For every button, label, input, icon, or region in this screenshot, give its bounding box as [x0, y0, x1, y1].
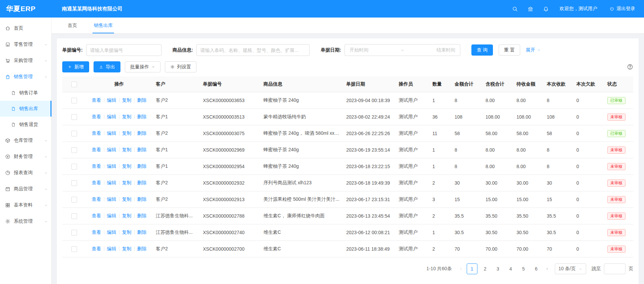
- row-action-view[interactable]: 查看: [92, 180, 101, 185]
- row-checkbox[interactable]: [71, 246, 77, 252]
- row-action-copy[interactable]: 复制: [122, 196, 132, 202]
- question-circle-icon[interactable]: [627, 64, 633, 70]
- row-action-edit[interactable]: 编辑: [107, 130, 116, 136]
- search-button[interactable]: 查 询: [471, 44, 493, 56]
- row-action-view[interactable]: 查看: [92, 114, 101, 119]
- row-action-copy[interactable]: 复制: [122, 246, 132, 251]
- page-1[interactable]: 1: [467, 263, 477, 274]
- row-action-edit[interactable]: 编辑: [107, 229, 116, 235]
- row-action-delete[interactable]: 删除: [137, 147, 147, 152]
- sidebar-item-sales[interactable]: 销售管理: [0, 69, 51, 85]
- tab-home[interactable]: 首页: [66, 18, 78, 33]
- sidebar-item-system[interactable]: 系统管理: [0, 213, 51, 229]
- bank-icon[interactable]: [528, 6, 533, 12]
- bill-no-input[interactable]: [86, 44, 162, 56]
- expand-link[interactable]: 展开: [526, 47, 541, 53]
- column-settings-button[interactable]: 列设置: [165, 61, 196, 72]
- row-action-delete[interactable]: 删除: [137, 97, 147, 103]
- row-action-delete[interactable]: 删除: [137, 130, 147, 136]
- row-action-delete[interactable]: 删除: [137, 196, 147, 202]
- action-divider: [119, 181, 119, 185]
- batch-operation-button[interactable]: 批量操作: [125, 61, 160, 72]
- row-checkbox[interactable]: [71, 230, 77, 235]
- row-action-view[interactable]: 查看: [92, 97, 101, 103]
- row-action-copy[interactable]: 复制: [122, 163, 132, 169]
- row-action-copy[interactable]: 复制: [122, 147, 132, 152]
- reset-button[interactable]: 重 置: [499, 44, 520, 56]
- row-action-delete[interactable]: 删除: [137, 114, 147, 119]
- row-checkbox[interactable]: [71, 213, 77, 219]
- row-action-view[interactable]: 查看: [92, 196, 101, 202]
- sidebar-item-sales-order[interactable]: 销售订单: [0, 85, 51, 101]
- sidebar-item-warehouse[interactable]: 仓库管理: [0, 132, 51, 149]
- row-action-edit[interactable]: 编辑: [107, 114, 116, 119]
- row-checkbox[interactable]: [71, 164, 77, 169]
- page-2[interactable]: 2: [480, 264, 490, 274]
- export-button[interactable]: 导出: [94, 61, 120, 72]
- row-action-view[interactable]: 查看: [92, 163, 101, 169]
- row-action-delete[interactable]: 删除: [137, 180, 147, 185]
- row-action-copy[interactable]: 复制: [122, 229, 132, 235]
- row-action-copy[interactable]: 复制: [122, 97, 132, 103]
- row-action-delete[interactable]: 删除: [137, 229, 147, 235]
- row-action-edit[interactable]: 编辑: [107, 180, 116, 185]
- sidebar-item-retail[interactable]: 零售管理: [0, 36, 51, 53]
- page-5[interactable]: 5: [518, 264, 529, 274]
- tab-sales-out[interactable]: 销售出库: [93, 18, 114, 33]
- row-action-edit[interactable]: 编辑: [107, 196, 116, 202]
- row-action-view[interactable]: 查看: [92, 229, 101, 235]
- date-range-input[interactable]: 开始时间 ~ 结束时间: [345, 44, 460, 56]
- row-checkbox[interactable]: [71, 197, 77, 202]
- add-button[interactable]: 新增: [62, 61, 89, 72]
- row-action-view[interactable]: 查看: [92, 130, 101, 136]
- page-size-select[interactable]: 10 条/页: [555, 263, 586, 274]
- search-icon[interactable]: [512, 6, 518, 12]
- select-all-checkbox[interactable]: [71, 82, 77, 87]
- cell-debt: 0: [573, 109, 604, 125]
- cell-status: 已审核: [604, 92, 633, 109]
- row-action-delete[interactable]: 删除: [137, 246, 147, 251]
- cell-tax-amount: 15.00: [482, 191, 513, 208]
- logout-button[interactable]: 退出登录: [609, 6, 635, 12]
- jump-page-input[interactable]: [604, 263, 625, 274]
- row-action-copy[interactable]: 复制: [122, 213, 132, 218]
- page-4[interactable]: 4: [506, 264, 516, 274]
- row-checkbox[interactable]: [71, 98, 77, 103]
- sidebar-item-home[interactable]: 首页: [0, 20, 51, 36]
- cell-debt: 0: [573, 142, 604, 158]
- row-checkbox[interactable]: [71, 147, 77, 153]
- row-action-edit[interactable]: 编辑: [107, 147, 116, 152]
- sidebar-item-sales-out[interactable]: 销售出库: [0, 101, 51, 117]
- sidebar-item-sales-return[interactable]: 销售退货: [0, 117, 51, 132]
- next-page-icon[interactable]: [545, 267, 549, 271]
- row-action-copy[interactable]: 复制: [122, 130, 132, 136]
- sidebar-item-finance[interactable]: 财务管理: [0, 149, 51, 165]
- row-action-view[interactable]: 查看: [92, 246, 101, 251]
- prev-page-icon[interactable]: [459, 267, 463, 271]
- sidebar-item-purchase[interactable]: 采购管理: [0, 53, 51, 69]
- row-action-view[interactable]: 查看: [92, 147, 101, 152]
- row-action-delete[interactable]: 删除: [137, 163, 147, 169]
- row-checkbox[interactable]: [71, 180, 77, 186]
- row-action-edit[interactable]: 编辑: [107, 246, 116, 251]
- row-action-edit[interactable]: 编辑: [107, 213, 116, 218]
- sidebar-item-basic[interactable]: 基本资料: [0, 197, 51, 213]
- row-action-copy[interactable]: 复制: [122, 180, 132, 185]
- row-action-edit[interactable]: 编辑: [107, 97, 116, 103]
- material-input[interactable]: [196, 44, 310, 56]
- welcome-text: 欢迎您，测试用户: [560, 6, 597, 12]
- page-6[interactable]: 6: [531, 264, 541, 274]
- sidebar-item-goods[interactable]: 商品管理: [0, 181, 51, 197]
- row-action-copy[interactable]: 复制: [122, 114, 132, 119]
- row-action-edit[interactable]: 编辑: [107, 163, 116, 169]
- bell-icon[interactable]: [543, 6, 549, 12]
- row-checkbox[interactable]: [71, 114, 77, 120]
- sidebar-item-report[interactable]: 报表查询: [0, 165, 51, 181]
- app-logo[interactable]: 华夏ERP: [0, 4, 57, 13]
- row-checkbox[interactable]: [71, 131, 77, 136]
- pagination: 1-10 共60条 123456 10 条/页 跳至 页: [62, 263, 633, 274]
- cell-operator: 测试用户: [395, 191, 429, 208]
- page-3[interactable]: 3: [493, 264, 503, 274]
- row-action-view[interactable]: 查看: [92, 213, 101, 218]
- row-action-delete[interactable]: 删除: [137, 213, 147, 218]
